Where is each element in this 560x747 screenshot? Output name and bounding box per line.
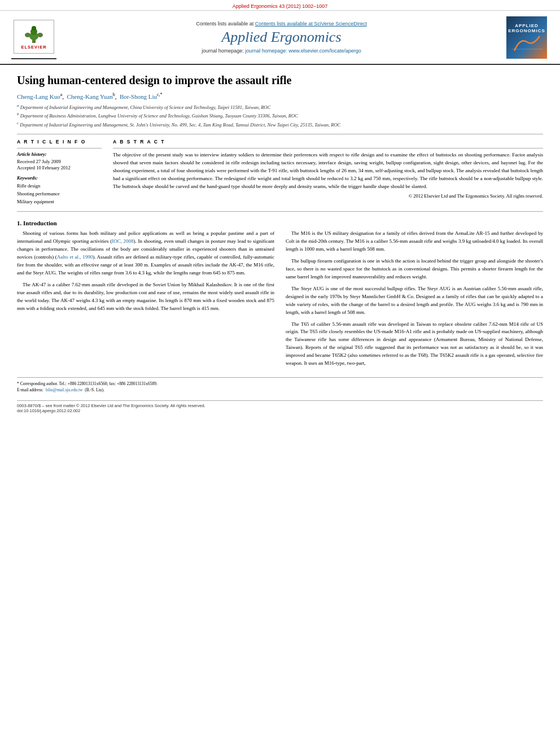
sciverse-line: Contents lists available at Contents lis… <box>62 21 501 27</box>
keyword-1: Rifle design <box>17 182 102 190</box>
journal-citation: Applied Ergonomics 43 (2012) 1002–1007 <box>233 3 328 9</box>
footnote-corresponding: * Corresponding author. Tel.: +886 22801… <box>17 381 543 387</box>
abstract-heading: A B S T R A C T <box>113 139 543 145</box>
keywords-label: Keywords: <box>17 175 102 181</box>
sciverse-link[interactable]: Contents lists available at SciVerse Sci… <box>255 21 367 27</box>
section-1: 1. Introduction Shooting of various form… <box>17 220 543 372</box>
logo-graphic <box>511 35 542 52</box>
author-3: Bor-Shong Liu <box>120 93 157 100</box>
divider-info <box>17 148 102 148</box>
section-1-left: Shooting of various forms has both milit… <box>17 230 274 372</box>
section-1-para-4: The bullpup firearm configuration is one… <box>286 257 543 281</box>
section-1-para-1: Shooting of various forms has both milit… <box>17 230 274 277</box>
affiliation-c: c Department of Industrial Engineering a… <box>17 120 543 129</box>
keywords-list: Rifle design Shooting performance Milita… <box>17 182 102 206</box>
logo-line1: APPLIED <box>515 23 539 28</box>
cite-ioc[interactable]: IOC, 2008 <box>112 238 133 244</box>
journal-header: ELSEVIER Contents lists available at Con… <box>0 11 560 65</box>
footnote-text-body: * Corresponding author. Tel.: +886 22801… <box>17 381 158 386</box>
keyword-3: Military equipment <box>17 198 102 206</box>
section-1-body: Shooting of various forms has both milit… <box>17 230 543 372</box>
section-1-right: The M16 is the US military designation f… <box>286 230 543 372</box>
section-1-heading: 1. Introduction <box>17 220 543 226</box>
info-abstract-row: A R T I C L E I N F O Article history: R… <box>17 139 543 206</box>
svg-point-5 <box>37 33 43 37</box>
bottom-bar: 0003-6870/$ – see front matter © 2012 El… <box>17 400 543 413</box>
article-title: Using human-centered design to improve t… <box>17 73 543 88</box>
abstract-text: The objective of the present study was t… <box>113 151 543 191</box>
bottom-line1: 0003-6870/$ – see front matter © 2012 El… <box>17 403 543 408</box>
homepage-url[interactable]: journal homepage: www.elsevier.com/locat… <box>245 48 361 54</box>
right-logo: APPLIED ERGONOMICS <box>506 16 549 59</box>
bottom-line2: doi:10.1016/j.apergo.2012.02.002 <box>17 408 543 413</box>
divider-abstract <box>113 148 543 148</box>
keyword-2: Shooting performance <box>17 190 102 198</box>
email-address[interactable]: lsliu@mail.sju.edu.tw <box>46 387 83 392</box>
article-info-heading: A R T I C L E I N F O <box>17 139 102 145</box>
divider-1 <box>17 134 543 134</box>
accepted-date: Accepted 10 February 2012 <box>17 165 102 171</box>
divider-2 <box>17 211 543 212</box>
homepage-line: journal homepage: journal homepage: www.… <box>62 48 501 54</box>
author-2-sup: b <box>113 92 115 97</box>
email-suffix: (B.-S. Liu). <box>85 387 104 392</box>
affiliation-a: a Department of Industrial Engineering a… <box>17 103 543 111</box>
author-1-sup: a <box>60 92 63 97</box>
section-1-para-3: The M16 is the US military designation f… <box>286 230 543 254</box>
elsevier-logo-box: ELSEVIER <box>14 20 54 54</box>
section-1-para-2: The AK-47 is a caliber 7.62-mm assault r… <box>17 281 274 313</box>
section-1-para-5: The Steyr AUG is one of the most success… <box>286 285 543 317</box>
abstract-col: A B S T R A C T The objective of the pre… <box>113 139 543 206</box>
applied-ergonomics-logo-box: APPLIED ERGONOMICS <box>506 16 547 59</box>
footnote-email-line: E-mail address: lsliu@mail.sju.edu.tw (B… <box>17 387 543 393</box>
svg-point-3 <box>32 26 36 30</box>
article-info-col: A R T I C L E I N F O Article history: R… <box>17 139 102 206</box>
received-date: Received 27 July 2009 <box>17 159 102 164</box>
elsevier-text: ELSEVIER <box>21 45 46 50</box>
section-1-para-6: The T65 of caliber 5.56-mm assault rifle… <box>286 321 543 368</box>
abstract-body: The objective of the present study was t… <box>113 152 543 189</box>
affiliation-b: b Department of Business Administration,… <box>17 111 543 120</box>
copyright-line: © 2012 Elsevier Ltd and The Ergonomics S… <box>113 193 543 199</box>
authors-line: Cheng-Lang Kuoa, Cheng-Kang Yuanb, Bor-S… <box>17 92 543 100</box>
top-bar: Applied Ergonomics 43 (2012) 1002–1007 <box>0 0 560 11</box>
history-label: Article history: <box>17 151 102 157</box>
elsevier-tree-icon <box>20 24 48 43</box>
elsevier-logo: ELSEVIER <box>11 15 56 59</box>
logo-line2: ERGONOMICS <box>508 28 545 33</box>
affiliations: a Department of Industrial Engineering a… <box>17 103 543 129</box>
cite-aalto[interactable]: Aalto et al., 1990 <box>57 254 93 260</box>
author-1: Cheng-Lang Kuo <box>17 93 60 100</box>
journal-title: Applied Ergonomics <box>62 29 501 46</box>
footnote-area: * Corresponding author. Tel.: +886 22801… <box>17 377 543 394</box>
journal-center: Contents lists available at Contents lis… <box>62 21 501 54</box>
author-3-sup: c,* <box>157 92 163 97</box>
main-content: Using human-centered design to improve t… <box>0 65 560 419</box>
email-label: E-mail address: <box>17 387 43 392</box>
svg-point-4 <box>25 33 30 37</box>
author-2: Cheng-Kang Yuan <box>67 93 113 100</box>
